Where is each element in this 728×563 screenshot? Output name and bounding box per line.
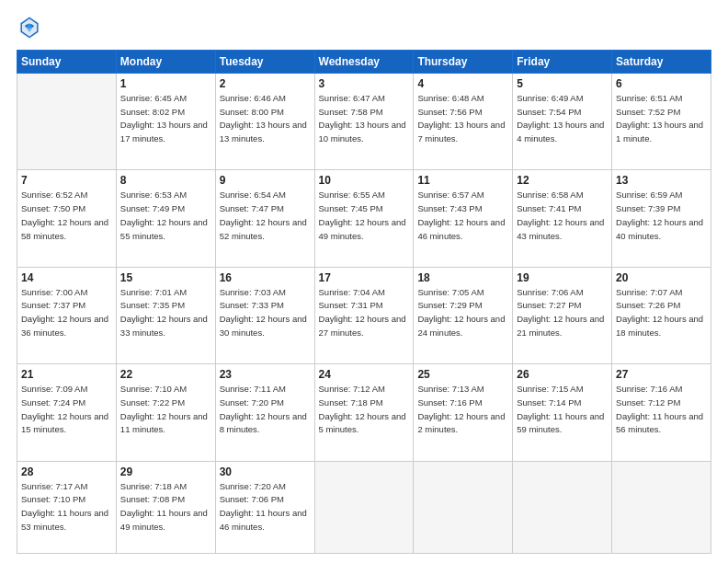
day-number: 17 — [319, 271, 410, 284]
day-info: Sunrise: 7:12 AMSunset: 7:18 PMDaylight:… — [319, 383, 410, 437]
day-number: 11 — [417, 174, 508, 187]
calendar-cell: 20Sunrise: 7:07 AMSunset: 7:26 PMDayligh… — [612, 267, 711, 363]
day-info: Sunrise: 6:51 AMSunset: 7:52 PMDaylight:… — [616, 92, 707, 146]
weekday-header-sunday: Sunday — [17, 51, 117, 74]
calendar-cell: 27Sunrise: 7:16 AMSunset: 7:12 PMDayligh… — [612, 364, 711, 461]
day-info: Sunrise: 7:17 AMSunset: 7:10 PMDaylight:… — [21, 480, 112, 534]
day-number: 10 — [319, 174, 410, 187]
day-info: Sunrise: 6:58 AMSunset: 7:41 PMDaylight:… — [517, 189, 608, 243]
calendar-cell: 23Sunrise: 7:11 AMSunset: 7:20 PMDayligh… — [215, 364, 314, 461]
day-number: 9 — [220, 174, 311, 187]
day-info: Sunrise: 6:46 AMSunset: 8:00 PMDaylight:… — [220, 92, 311, 146]
day-info: Sunrise: 7:10 AMSunset: 7:22 PMDaylight:… — [120, 383, 211, 437]
day-info: Sunrise: 7:07 AMSunset: 7:26 PMDaylight:… — [616, 286, 707, 340]
day-number: 16 — [220, 271, 311, 284]
calendar-cell: 18Sunrise: 7:05 AMSunset: 7:29 PMDayligh… — [414, 267, 513, 363]
calendar-cell: 25Sunrise: 7:13 AMSunset: 7:16 PMDayligh… — [414, 364, 513, 461]
day-number: 4 — [417, 77, 508, 90]
calendar-week-row: 14Sunrise: 7:00 AMSunset: 7:37 PMDayligh… — [17, 267, 711, 363]
day-info: Sunrise: 7:20 AMSunset: 7:06 PMDaylight:… — [220, 480, 311, 534]
day-info: Sunrise: 7:16 AMSunset: 7:12 PMDaylight:… — [616, 383, 707, 437]
calendar-week-row: 28Sunrise: 7:17 AMSunset: 7:10 PMDayligh… — [17, 461, 711, 554]
day-info: Sunrise: 7:03 AMSunset: 7:33 PMDaylight:… — [220, 286, 311, 340]
day-number: 28 — [21, 465, 112, 478]
day-info: Sunrise: 6:59 AMSunset: 7:39 PMDaylight:… — [616, 189, 707, 243]
day-info: Sunrise: 7:00 AMSunset: 7:37 PMDaylight:… — [21, 286, 112, 340]
day-number: 26 — [517, 368, 608, 381]
calendar-cell: 9Sunrise: 6:54 AMSunset: 7:47 PMDaylight… — [215, 170, 314, 267]
weekday-header-tuesday: Tuesday — [215, 51, 314, 74]
day-info: Sunrise: 7:11 AMSunset: 7:20 PMDaylight:… — [220, 383, 311, 437]
calendar-cell: 21Sunrise: 7:09 AMSunset: 7:24 PMDayligh… — [17, 364, 117, 461]
day-info: Sunrise: 7:01 AMSunset: 7:35 PMDaylight:… — [120, 286, 211, 340]
header — [17, 15, 711, 40]
day-number: 18 — [417, 271, 508, 284]
day-number: 6 — [616, 77, 707, 90]
calendar-cell: 10Sunrise: 6:55 AMSunset: 7:45 PMDayligh… — [314, 170, 414, 267]
calendar-cell: 4Sunrise: 6:48 AMSunset: 7:56 PMDaylight… — [414, 74, 513, 170]
calendar-cell: 11Sunrise: 6:57 AMSunset: 7:43 PMDayligh… — [414, 170, 513, 267]
calendar-cell: 1Sunrise: 6:45 AMSunset: 8:02 PMDaylight… — [116, 74, 215, 170]
day-info: Sunrise: 7:18 AMSunset: 7:08 PMDaylight:… — [120, 480, 211, 534]
calendar-cell: 2Sunrise: 6:46 AMSunset: 8:00 PMDaylight… — [215, 74, 314, 170]
logo — [17, 15, 46, 40]
calendar-table: SundayMondayTuesdayWednesdayThursdayFrid… — [17, 50, 711, 554]
calendar-cell: 14Sunrise: 7:00 AMSunset: 7:37 PMDayligh… — [17, 267, 117, 363]
day-info: Sunrise: 6:47 AMSunset: 7:58 PMDaylight:… — [319, 92, 410, 146]
page: SundayMondayTuesdayWednesdayThursdayFrid… — [0, 0, 728, 563]
day-info: Sunrise: 6:53 AMSunset: 7:49 PMDaylight:… — [120, 189, 211, 243]
day-number: 29 — [120, 465, 211, 478]
day-info: Sunrise: 6:49 AMSunset: 7:54 PMDaylight:… — [517, 92, 608, 146]
calendar-cell — [513, 461, 612, 554]
day-info: Sunrise: 7:15 AMSunset: 7:14 PMDaylight:… — [517, 383, 608, 437]
calendar-week-row: 1Sunrise: 6:45 AMSunset: 8:02 PMDaylight… — [17, 74, 711, 170]
day-number: 22 — [120, 368, 211, 381]
weekday-header-thursday: Thursday — [414, 51, 513, 74]
day-number: 8 — [120, 174, 211, 187]
day-number: 12 — [517, 174, 608, 187]
calendar-cell: 26Sunrise: 7:15 AMSunset: 7:14 PMDayligh… — [513, 364, 612, 461]
day-number: 3 — [319, 77, 410, 90]
day-info: Sunrise: 6:54 AMSunset: 7:47 PMDaylight:… — [220, 189, 311, 243]
day-number: 1 — [120, 77, 211, 90]
day-info: Sunrise: 7:05 AMSunset: 7:29 PMDaylight:… — [417, 286, 508, 340]
calendar-cell — [314, 461, 414, 554]
day-info: Sunrise: 6:48 AMSunset: 7:56 PMDaylight:… — [417, 92, 508, 146]
calendar-cell: 30Sunrise: 7:20 AMSunset: 7:06 PMDayligh… — [215, 461, 314, 554]
calendar-cell: 3Sunrise: 6:47 AMSunset: 7:58 PMDaylight… — [314, 74, 414, 170]
calendar-cell: 12Sunrise: 6:58 AMSunset: 7:41 PMDayligh… — [513, 170, 612, 267]
day-number: 21 — [21, 368, 112, 381]
calendar-cell: 28Sunrise: 7:17 AMSunset: 7:10 PMDayligh… — [17, 461, 117, 554]
day-number: 25 — [417, 368, 508, 381]
calendar-cell — [17, 74, 117, 170]
day-number: 15 — [120, 271, 211, 284]
day-number: 13 — [616, 174, 707, 187]
day-info: Sunrise: 6:52 AMSunset: 7:50 PMDaylight:… — [21, 189, 112, 243]
weekday-header-saturday: Saturday — [612, 51, 711, 74]
calendar-cell: 24Sunrise: 7:12 AMSunset: 7:18 PMDayligh… — [314, 364, 414, 461]
day-info: Sunrise: 7:06 AMSunset: 7:27 PMDaylight:… — [517, 286, 608, 340]
day-number: 19 — [517, 271, 608, 284]
day-number: 27 — [616, 368, 707, 381]
day-number: 5 — [517, 77, 608, 90]
calendar-cell: 5Sunrise: 6:49 AMSunset: 7:54 PMDaylight… — [513, 74, 612, 170]
calendar-cell — [414, 461, 513, 554]
day-info: Sunrise: 7:09 AMSunset: 7:24 PMDaylight:… — [21, 383, 112, 437]
calendar-cell: 22Sunrise: 7:10 AMSunset: 7:22 PMDayligh… — [116, 364, 215, 461]
weekday-header-friday: Friday — [513, 51, 612, 74]
day-number: 30 — [220, 465, 311, 478]
day-info: Sunrise: 6:57 AMSunset: 7:43 PMDaylight:… — [417, 189, 508, 243]
day-number: 24 — [319, 368, 410, 381]
calendar-cell: 8Sunrise: 6:53 AMSunset: 7:49 PMDaylight… — [116, 170, 215, 267]
calendar-cell — [612, 461, 711, 554]
calendar-cell: 13Sunrise: 6:59 AMSunset: 7:39 PMDayligh… — [612, 170, 711, 267]
calendar-cell: 19Sunrise: 7:06 AMSunset: 7:27 PMDayligh… — [513, 267, 612, 363]
weekday-header-row: SundayMondayTuesdayWednesdayThursdayFrid… — [17, 51, 711, 74]
calendar-cell: 15Sunrise: 7:01 AMSunset: 7:35 PMDayligh… — [116, 267, 215, 363]
calendar-week-row: 21Sunrise: 7:09 AMSunset: 7:24 PMDayligh… — [17, 364, 711, 461]
weekday-header-wednesday: Wednesday — [314, 51, 414, 74]
calendar-week-row: 7Sunrise: 6:52 AMSunset: 7:50 PMDaylight… — [17, 170, 711, 267]
calendar-cell: 29Sunrise: 7:18 AMSunset: 7:08 PMDayligh… — [116, 461, 215, 554]
calendar-cell: 16Sunrise: 7:03 AMSunset: 7:33 PMDayligh… — [215, 267, 314, 363]
day-number: 14 — [21, 271, 112, 284]
